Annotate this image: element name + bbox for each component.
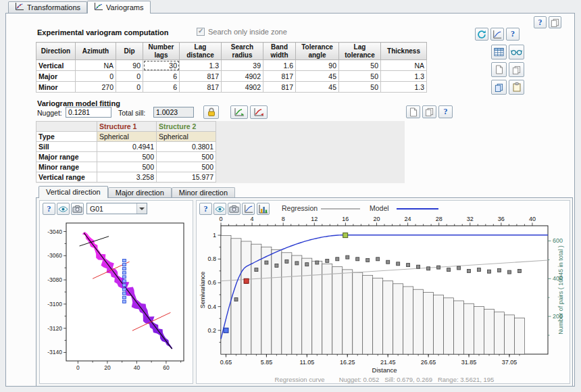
exp-column-header: Number lags xyxy=(143,43,180,60)
exp-cell[interactable]: 817 xyxy=(263,71,296,82)
snapshot-button[interactable] xyxy=(71,203,84,215)
lock-sill-button[interactable] xyxy=(203,105,219,119)
model-cell[interactable]: 500 xyxy=(157,162,216,172)
svg-text:5.85: 5.85 xyxy=(261,359,273,366)
svg-text:60: 60 xyxy=(163,364,170,371)
x-axis-label: Distance xyxy=(372,366,397,374)
model-cell[interactable]: Spherical xyxy=(157,132,216,142)
exp-cell[interactable]: 50 xyxy=(339,71,381,82)
svg-text:21.45: 21.45 xyxy=(380,359,396,366)
well-marker xyxy=(122,296,126,299)
model-table[interactable]: Structure 1Structure 2TypeSphericalSpher… xyxy=(36,121,216,182)
exp-cell[interactable]: 817 xyxy=(180,82,222,93)
direction-tab-major-direction[interactable]: Major direction xyxy=(108,187,172,197)
svg-text:12: 12 xyxy=(311,216,318,222)
model-legend-label: Model xyxy=(370,204,389,212)
view-options-button[interactable] xyxy=(213,203,226,215)
exp-cell[interactable]: 1.6 xyxy=(263,60,296,71)
exp-row-label: Vertical xyxy=(36,60,76,71)
exp-cell[interactable]: 45 xyxy=(296,71,339,82)
exp-cell[interactable]: 6 xyxy=(143,82,180,93)
checkbox-label: Search only inside zone xyxy=(208,28,287,36)
model-cell[interactable]: Spherical xyxy=(97,132,157,142)
show-table-button[interactable] xyxy=(491,45,507,59)
property-selector[interactable]: G01 xyxy=(86,203,147,214)
model-row-label: Major range xyxy=(36,152,97,162)
svg-text:-3120: -3120 xyxy=(47,325,62,332)
variogram-chart[interactable]: 04812162024283236400.655.8511.0516.2521.… xyxy=(198,215,570,385)
model-cell[interactable]: 500 xyxy=(157,152,216,162)
recompute-button[interactable] xyxy=(475,28,488,41)
exp-cell[interactable]: 817 xyxy=(180,71,222,82)
help-button[interactable]: ? xyxy=(506,28,520,41)
fit-variogram-button[interactable] xyxy=(490,28,504,41)
property-selector-value: G01 xyxy=(87,205,136,213)
exp-cell[interactable]: 39 xyxy=(222,60,263,71)
preview-button[interactable] xyxy=(509,45,524,59)
well-marker xyxy=(122,272,126,274)
tab-variograms[interactable]: Variograms xyxy=(87,1,150,14)
model-cell[interactable]: 500 xyxy=(97,162,157,172)
help-button[interactable]: ? xyxy=(534,16,547,28)
tab-transformations[interactable]: Transformations xyxy=(8,1,87,13)
exp-cell[interactable]: 0 xyxy=(116,71,143,82)
exp-row-label: Major xyxy=(36,71,76,82)
search-inside-zone-checkbox[interactable]: Search only inside zone xyxy=(197,28,287,36)
exp-cell[interactable]: 6 xyxy=(143,71,180,82)
svg-text:0: 0 xyxy=(219,216,222,222)
model-handle[interactable] xyxy=(343,233,348,238)
exp-row-minor: Minor27006817490281745501.3 xyxy=(36,82,427,93)
help-button[interactable]: ? xyxy=(438,105,453,118)
exp-cell[interactable]: 90 xyxy=(296,60,339,71)
exp-cell[interactable]: 45 xyxy=(296,82,339,93)
exp-cell[interactable]: NA xyxy=(381,60,427,71)
experimental-table[interactable]: DirectionAzimuthDipNumber lagsLag distan… xyxy=(36,42,427,93)
exp-cell[interactable]: 4902 xyxy=(222,82,263,93)
exp-cell[interactable]: 4902 xyxy=(222,71,263,82)
remove-structure-button[interactable] xyxy=(250,105,268,119)
paste-parameters-button[interactable] xyxy=(509,80,524,95)
exp-cell[interactable]: 817 xyxy=(263,82,296,93)
copy-parameters-button[interactable] xyxy=(491,80,507,95)
add-structure-button[interactable] xyxy=(230,105,248,119)
direction-tab-vertical-direction[interactable]: Vertical direction xyxy=(39,186,108,198)
copy-button[interactable] xyxy=(509,62,524,77)
tab-label: Variograms xyxy=(106,3,143,11)
nugget-input[interactable] xyxy=(66,107,111,118)
new-page-button[interactable] xyxy=(491,62,507,77)
model-handle[interactable] xyxy=(224,328,228,333)
regression-legend-line xyxy=(321,208,360,210)
svg-text:-3040: -3040 xyxy=(47,228,62,235)
help-button[interactable]: ? xyxy=(199,203,212,215)
direction-tab-minor-direction[interactable]: Minor direction xyxy=(172,187,235,197)
histogram-display-button[interactable] xyxy=(257,203,270,215)
exp-cell[interactable]: 0 xyxy=(116,82,143,93)
vertical-direction-map[interactable]: 0204060-3040-3060-3080-3100-3120-3140 xyxy=(42,218,189,381)
exp-cell[interactable]: 1.3 xyxy=(180,60,222,71)
model-cell[interactable]: 500 xyxy=(97,152,157,162)
exp-cell[interactable]: 0 xyxy=(76,71,116,82)
exp-cell[interactable]: 90 xyxy=(116,60,143,71)
exp-cell[interactable]: NA xyxy=(76,60,116,71)
model-cell[interactable]: 0.3801 xyxy=(157,142,216,152)
svg-text:40: 40 xyxy=(529,216,536,222)
exp-cell[interactable]: 50 xyxy=(339,82,381,93)
snapshot-button[interactable] xyxy=(228,203,241,215)
model-handle[interactable] xyxy=(244,278,249,283)
view-options-button[interactable] xyxy=(57,203,70,215)
copy-page-button[interactable] xyxy=(549,16,561,28)
model-cell[interactable]: 3.258 xyxy=(97,172,157,182)
exp-cell[interactable]: 30 xyxy=(143,60,180,71)
exp-cell[interactable]: 270 xyxy=(76,82,116,93)
help-button[interactable]: ? xyxy=(43,203,55,215)
exp-column-header: Lag tolerance xyxy=(339,43,381,60)
exp-cell[interactable]: 1.3 xyxy=(381,82,427,93)
exp-cell[interactable]: 1.3 xyxy=(381,71,427,82)
copy-model-button[interactable] xyxy=(422,105,436,118)
model-cell[interactable]: 0.4941 xyxy=(97,142,157,152)
new-model-button[interactable] xyxy=(406,105,420,118)
svg-text:4: 4 xyxy=(251,216,254,222)
exp-cell[interactable]: 50 xyxy=(339,60,381,71)
curve-display-button[interactable] xyxy=(242,203,255,215)
model-cell[interactable]: 15.977 xyxy=(157,172,216,182)
